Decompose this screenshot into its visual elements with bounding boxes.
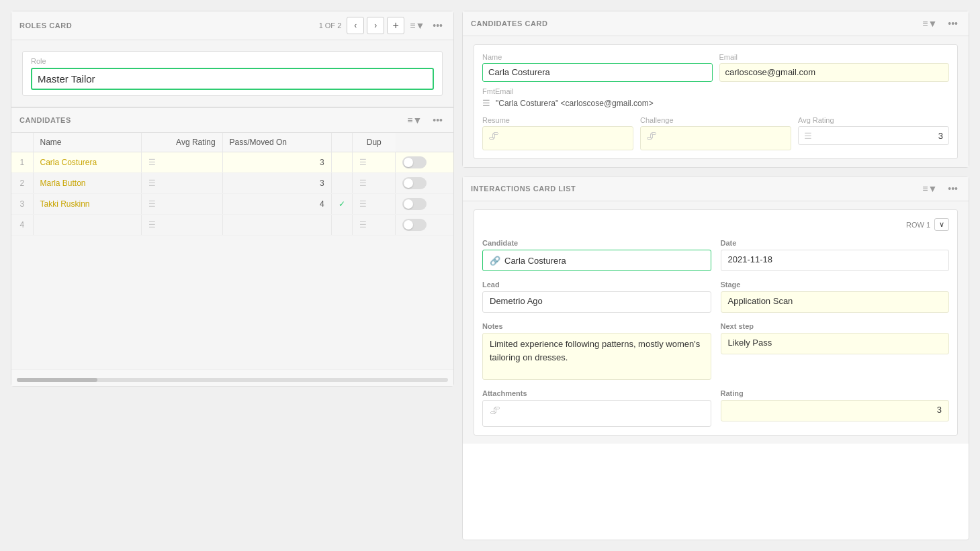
- row-num-3: 3: [11, 194, 33, 215]
- resume-label: Resume: [482, 116, 633, 124]
- candidates-more-icon[interactable]: •••: [430, 113, 445, 127]
- rating-1: 3: [222, 152, 331, 173]
- cand-card-more-icon[interactable]: •••: [945, 17, 961, 30]
- int-candidate-text: Carla Costurera: [504, 256, 566, 266]
- candidates-table: Name Avg Rating Pass/Moved On Dup 1 Carl…: [11, 133, 453, 370]
- int-next-step-label: Next step: [721, 322, 950, 330]
- chevron-down-icon: ∨: [939, 220, 944, 229]
- int-rating-label: Rating: [721, 389, 950, 397]
- avg-rating-field: Avg Rating ☰ 3: [798, 116, 949, 150]
- table-row: 1 Carla Costurera ☰ 3 ☰: [11, 152, 453, 173]
- table-row: [11, 236, 453, 370]
- challenge-attach-icon: 🖇: [646, 130, 657, 142]
- link-icon: 🔗: [490, 256, 500, 266]
- candidate-name-3[interactable]: Takki Ruskinn: [33, 194, 141, 215]
- dup-toggle-2: [402, 177, 427, 189]
- cand-name-value[interactable]: Carla Costurera: [482, 63, 713, 82]
- avg-rating-value: ☰ 3: [798, 126, 949, 145]
- int-rating-field: Rating 3: [721, 389, 950, 427]
- dup-toggle-1: [402, 156, 427, 168]
- table-row: 3 Takki Ruskinn ☰ 4 ✓ ☰: [11, 194, 453, 215]
- cand-email-label: Email: [719, 53, 950, 61]
- role-value[interactable]: Master Tailor: [31, 68, 434, 90]
- cand-card-title: CANDIDATES Card: [471, 19, 914, 28]
- col-spacer: [331, 133, 352, 152]
- int-notes-field: Notes Limited experience following patte…: [482, 322, 711, 380]
- col-avg-rating: Avg Rating: [141, 133, 222, 152]
- int-attachments-value[interactable]: 🖇: [482, 400, 711, 427]
- attachments-icon: 🖇: [490, 405, 500, 416]
- fmtemail-value: "Carla Costurera" <carloscose@gmail.com>: [496, 99, 654, 108]
- role-label: Role: [31, 57, 434, 65]
- row-num-4: 4: [11, 215, 33, 236]
- row-num-2: 2: [11, 173, 33, 194]
- int-notes-value[interactable]: Limited experience following patterns, m…: [482, 333, 711, 380]
- candidates-sub-title: CANDIDATES: [19, 116, 399, 124]
- cand-email-value[interactable]: carloscose@gmail.com: [719, 63, 950, 82]
- challenge-field: Challenge 🖇: [640, 116, 791, 150]
- int-stage-label: Stage: [721, 281, 950, 289]
- row-selector-label: ROW 1: [906, 221, 930, 229]
- col-name: Name: [33, 133, 141, 152]
- int-lead-value[interactable]: Demetrio Ago: [482, 291, 711, 313]
- interactions-filter-icon[interactable]: ≡▼: [920, 182, 940, 195]
- avg-rating-label: Avg Rating: [798, 116, 949, 124]
- resume-attach[interactable]: 🖇: [482, 126, 633, 150]
- col-dup: Dup: [352, 133, 396, 152]
- int-date-value[interactable]: 2021-11-18: [721, 250, 950, 271]
- table-row: 2 Marla Button ☰ 3 ☰: [11, 173, 453, 194]
- cand-name-field: Name Carla Costurera: [482, 53, 713, 82]
- rating-2: 3: [222, 173, 331, 194]
- pass-3: ✓: [331, 194, 352, 215]
- dup-toggle-4: [402, 219, 427, 231]
- pass-2: [331, 173, 352, 194]
- roles-next-button[interactable]: ›: [367, 17, 384, 34]
- challenge-attach[interactable]: 🖇: [640, 126, 791, 150]
- int-lead-field: Lead Demetrio Ago: [482, 281, 711, 313]
- avg-rating-doc-icon: ☰: [804, 131, 812, 141]
- fmtemail-label: FmtEmail: [482, 87, 949, 95]
- cand-card-filter-icon[interactable]: ≡▼: [920, 17, 940, 30]
- fmtemail-doc-icon: ☰: [482, 98, 490, 108]
- candidate-name-2[interactable]: Marla Button: [33, 173, 141, 194]
- col-num: [11, 133, 33, 152]
- roles-more-icon[interactable]: •••: [430, 19, 445, 32]
- roles-prev-button[interactable]: ‹: [347, 17, 364, 34]
- int-attachments-field: Attachments 🖇: [482, 389, 711, 427]
- int-candidate-value[interactable]: 🔗 Carla Costurera: [482, 250, 711, 271]
- int-lead-label: Lead: [482, 281, 711, 289]
- resume-field: Resume 🖇: [482, 116, 633, 150]
- int-stage-value[interactable]: Application Scan: [721, 291, 950, 313]
- row-num-1: 1: [11, 152, 33, 173]
- int-rating-value[interactable]: 3: [721, 400, 950, 421]
- cand-name-label: Name: [482, 53, 713, 61]
- roles-nav-count: 1 OF 2: [319, 21, 342, 30]
- int-stage-field: Stage Application Scan: [721, 281, 950, 313]
- roles-filter-icon[interactable]: ≡▼: [407, 19, 427, 32]
- int-notes-label: Notes: [482, 322, 711, 330]
- resume-attach-icon: 🖇: [488, 130, 499, 142]
- interactions-title: INTERACTIONS Card List: [471, 185, 914, 193]
- candidate-name-4[interactable]: [33, 215, 141, 236]
- int-next-step-value[interactable]: Likely Pass: [721, 333, 950, 354]
- rating-3: 4: [222, 194, 331, 215]
- avg-rating-num: 3: [938, 131, 943, 141]
- candidate-name-1[interactable]: Carla Costurera: [33, 152, 141, 173]
- roles-add-button[interactable]: +: [387, 17, 404, 34]
- int-date-field: Date 2021-11-18: [721, 239, 950, 271]
- int-candidate-label: Candidate: [482, 239, 711, 247]
- interactions-more-icon[interactable]: •••: [945, 182, 961, 195]
- cand-email-field: Email carloscose@gmail.com: [719, 53, 950, 82]
- roles-card-title: ROLES Card: [19, 21, 314, 30]
- pass-1: [331, 152, 352, 173]
- candidates-filter-icon[interactable]: ≡▼: [404, 113, 425, 127]
- int-date-label: Date: [721, 239, 950, 247]
- int-candidate-field: Candidate 🔗 Carla Costurera: [482, 239, 711, 271]
- dup-toggle-3: [402, 198, 427, 210]
- int-next-step-field: Next step Likely Pass: [721, 322, 950, 380]
- col-pass-moved-on: Pass/Moved On: [222, 133, 331, 152]
- int-attachments-label: Attachments: [482, 389, 711, 397]
- row-selector-dropdown[interactable]: ∨: [934, 218, 949, 231]
- challenge-label: Challenge: [640, 116, 791, 124]
- table-row: 4 ☰ ☰: [11, 215, 453, 236]
